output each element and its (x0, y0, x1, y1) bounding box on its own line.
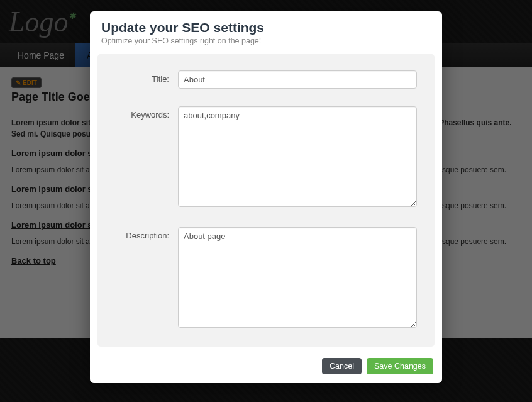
title-label: Title: (109, 70, 178, 89)
save-button[interactable]: Save Changes (367, 358, 433, 374)
form-row-keywords: Keywords: about,company (109, 106, 417, 209)
title-input[interactable] (178, 70, 417, 89)
modal-overlay: Update your SEO settings Optimize your S… (0, 0, 532, 402)
keywords-label: Keywords: (109, 106, 178, 209)
description-textarea[interactable]: About page (178, 227, 417, 328)
cancel-button[interactable]: Cancel (322, 358, 362, 374)
modal-body: Title: Keywords: about,company Descripti… (97, 54, 435, 347)
modal-header: Update your SEO settings Optimize your S… (90, 11, 442, 52)
seo-settings-modal: Update your SEO settings Optimize your S… (90, 11, 442, 383)
modal-footer: Cancel Save Changes (90, 354, 442, 383)
description-label: Description: (109, 227, 178, 330)
keywords-textarea[interactable]: about,company (178, 106, 417, 207)
form-row-title: Title: (109, 70, 417, 89)
modal-subtitle: Optimize your SEO settings right on the … (101, 36, 431, 45)
form-row-description: Description: About page (109, 227, 417, 330)
modal-title: Update your SEO settings (101, 20, 431, 35)
